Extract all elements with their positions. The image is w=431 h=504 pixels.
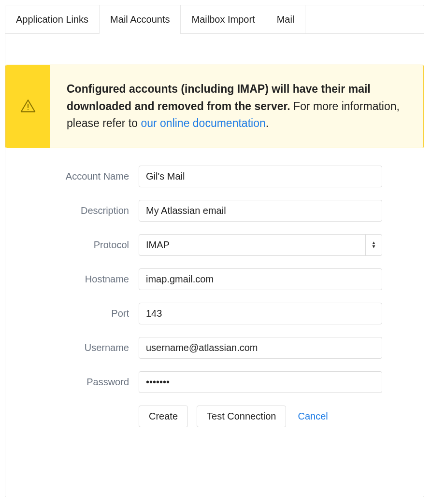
documentation-link[interactable]: our online documentation xyxy=(141,117,265,129)
mail-account-form: Account Name Description Protocol IMAP ▲… xyxy=(5,166,424,427)
warning-banner: Configured accounts (including IMAP) wil… xyxy=(5,65,424,148)
description-label: Description xyxy=(5,205,139,216)
form-actions: Create Test Connection Cancel xyxy=(139,406,424,427)
tab-mail[interactable]: Mail xyxy=(266,5,306,33)
username-input[interactable] xyxy=(139,337,382,359)
description-input[interactable] xyxy=(139,200,382,222)
warning-stripe xyxy=(6,65,50,148)
hostname-input[interactable] xyxy=(139,268,382,290)
tab-application-links[interactable]: Application Links xyxy=(5,5,100,33)
protocol-label: Protocol xyxy=(5,239,139,251)
port-label: Port xyxy=(5,308,139,319)
create-button[interactable]: Create xyxy=(139,406,188,427)
password-input[interactable] xyxy=(139,371,382,393)
account-name-label: Account Name xyxy=(5,171,139,182)
password-label: Password xyxy=(5,377,139,388)
tab-bar: Application Links Mail Accounts Mailbox … xyxy=(5,5,424,34)
username-label: Username xyxy=(5,342,139,353)
test-connection-button[interactable]: Test Connection xyxy=(197,406,286,427)
account-name-input[interactable] xyxy=(139,166,382,187)
hostname-label: Hostname xyxy=(5,274,139,285)
protocol-select[interactable]: IMAP ▲ ▼ xyxy=(139,234,382,256)
warning-text: Configured accounts (including IMAP) wil… xyxy=(50,65,423,148)
svg-point-1 xyxy=(28,109,29,110)
cancel-button[interactable]: Cancel xyxy=(295,406,330,427)
tab-mailbox-import[interactable]: Mailbox Import xyxy=(181,5,266,33)
tab-mail-accounts[interactable]: Mail Accounts xyxy=(100,5,181,33)
port-input[interactable] xyxy=(139,303,382,324)
warning-after-link: . xyxy=(266,117,269,129)
select-arrows-icon: ▲ ▼ xyxy=(365,235,382,255)
config-panel: Application Links Mail Accounts Mailbox … xyxy=(5,5,424,497)
warning-triangle-icon xyxy=(20,98,36,114)
protocol-value: IMAP xyxy=(139,235,365,255)
